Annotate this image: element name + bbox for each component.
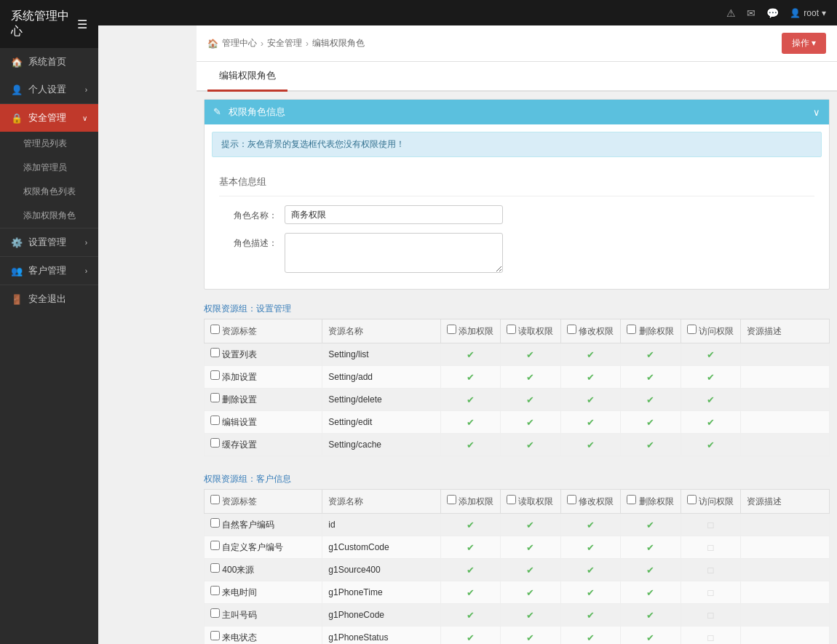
cell-read: ✔ [501, 434, 561, 456]
breadcrumb-item-home[interactable]: 管理中心 [222, 37, 257, 49]
home-icon: 🏠 [11, 57, 23, 68]
cell-del: ✔ [621, 581, 681, 604]
cell-tag: 编辑设置 [205, 411, 322, 434]
checkmark-icon: ✔ [646, 587, 654, 598]
add-role-label: 添加权限角色 [23, 210, 76, 220]
mail-icon[interactable]: ✉ [747, 7, 755, 19]
row-checkbox[interactable] [210, 563, 220, 573]
checkmark-icon: ✔ [646, 565, 654, 576]
row-checkbox[interactable] [210, 438, 220, 448]
row-checkbox[interactable] [210, 586, 220, 595]
checkmark-icon: ✔ [467, 394, 475, 405]
checkmark-icon: ✔ [587, 565, 595, 576]
config-icon: ⚙️ [11, 237, 23, 248]
config-section: ⚙️ 设置管理 › [0, 228, 98, 256]
cell-name: Setting/edit [322, 411, 440, 434]
role-desc-textarea[interactable] [285, 233, 503, 273]
cell-desc [741, 434, 830, 456]
cell-add: ✔ [440, 411, 501, 434]
sidebar-item-admin-list[interactable]: 管理员列表 [0, 132, 98, 156]
sidebar-item-add-admin[interactable]: 添加管理员 [0, 156, 98, 180]
row-checkbox[interactable] [210, 416, 220, 425]
warning-icon[interactable]: ⚠ [726, 7, 736, 19]
breadcrumb-nav: 🏠 管理中心 › 安全管理 › 编辑权限角色 [207, 37, 365, 49]
row-checkbox[interactable] [210, 393, 220, 402]
th-edit-2: 修改权限 [560, 490, 621, 514]
empty-check-icon: □ [708, 565, 714, 576]
sidebar-item-personal-label: 个人设置 [28, 83, 66, 96]
th-read-1: 读取权限 [501, 319, 561, 343]
checkmark-icon: ✔ [467, 417, 475, 428]
cell-tag: 来电状态 [205, 627, 322, 645]
checkmark-icon: ✔ [526, 632, 534, 643]
perm-group2-title: 权限资源组：客户信息 [204, 467, 830, 489]
sidebar-item-add-role[interactable]: 添加权限角色 [0, 204, 98, 228]
checkmark-icon: ✔ [707, 394, 715, 405]
checkmark-icon: ✔ [646, 610, 654, 621]
menu-icon[interactable]: ☰ [77, 17, 87, 31]
select-all-tag-2[interactable] [210, 495, 220, 504]
action-button[interactable]: 操作 ▾ [782, 33, 826, 54]
role-desc-label: 角色描述： [219, 233, 277, 250]
cell-desc [741, 514, 830, 536]
check-all-del-1[interactable] [627, 325, 636, 334]
comment-icon[interactable]: 💬 [766, 7, 779, 19]
sidebar-item-logout-label: 安全退出 [28, 293, 66, 306]
th-view-1: 访问权限 [681, 319, 741, 343]
security-section: 🔒 安全管理 ∨ 管理员列表 添加管理员 权限角色列表 添加权限角色 [0, 103, 98, 228]
sidebar-item-config[interactable]: ⚙️ 设置管理 › [0, 228, 98, 256]
checkmark-icon: ✔ [526, 440, 534, 450]
sidebar-item-personal[interactable]: 👤 个人设置 › [0, 76, 98, 103]
sidebar-item-customer[interactable]: 👥 客户管理 › [0, 257, 98, 285]
tab-bar: 编辑权限角色 [197, 62, 837, 92]
checkmark-icon: ✔ [646, 394, 654, 405]
checkmark-icon: ✔ [467, 440, 475, 450]
sidebar-item-home[interactable]: 🏠 系统首页 [0, 48, 98, 76]
collapse-icon[interactable]: ∨ [813, 107, 820, 118]
checkmark-icon: ✔ [526, 520, 534, 530]
check-all-edit-2[interactable] [567, 495, 576, 504]
sidebar-item-logout[interactable]: 🚪 安全退出 [0, 285, 98, 313]
checkmark-icon: ✔ [467, 520, 475, 530]
cell-edit: ✔ [560, 389, 621, 411]
cell-view: □ [681, 514, 741, 536]
cell-edit: ✔ [560, 343, 621, 366]
row-checkbox[interactable] [210, 518, 220, 528]
check-all-read-2[interactable] [507, 495, 516, 504]
check-all-read-1[interactable] [507, 325, 516, 334]
select-all-tag-1[interactable] [210, 325, 220, 334]
th-name-1: 资源名称 [322, 319, 440, 343]
breadcrumb-item-security[interactable]: 安全管理 [267, 37, 302, 49]
row-checkbox[interactable] [210, 541, 220, 550]
cell-desc [741, 343, 830, 366]
check-all-edit-1[interactable] [567, 325, 576, 334]
add-admin-label: 添加管理员 [23, 162, 67, 172]
check-all-view-2[interactable] [687, 495, 697, 504]
th-add-2: 添加权限 [440, 490, 501, 514]
check-all-view-1[interactable] [687, 325, 697, 334]
check-all-add-2[interactable] [447, 495, 456, 504]
table-row: 设置列表Setting/list✔✔✔✔✔ [205, 343, 830, 366]
user-menu[interactable]: 👤 root ▾ [790, 8, 826, 18]
sidebar-item-security[interactable]: 🔒 安全管理 ∨ [0, 104, 98, 132]
topbar: ⚠ ✉ 💬 👤 root ▾ [98, 0, 837, 25]
check-all-del-2[interactable] [627, 495, 636, 504]
cell-view: □ [681, 559, 741, 581]
checkmark-icon: ✔ [646, 542, 654, 553]
row-checkbox[interactable] [210, 608, 220, 618]
cell-desc [741, 389, 830, 411]
row-checkbox[interactable] [210, 348, 220, 357]
cell-read: ✔ [501, 581, 561, 604]
check-all-add-1[interactable] [447, 325, 456, 334]
edit-icon: ✎ [213, 106, 221, 117]
checkmark-icon: ✔ [646, 349, 654, 360]
row-checkbox[interactable] [210, 631, 220, 640]
chevron-right-icon3: › [85, 267, 87, 275]
checkmark-icon: ✔ [587, 632, 595, 643]
tab-edit-role[interactable]: 编辑权限角色 [207, 62, 287, 92]
role-name-input[interactable] [285, 205, 503, 224]
sidebar-item-role-list[interactable]: 权限角色列表 [0, 180, 98, 204]
row-checkbox[interactable] [210, 370, 220, 380]
checkmark-icon: ✔ [707, 417, 715, 428]
cell-edit: ✔ [560, 514, 621, 536]
